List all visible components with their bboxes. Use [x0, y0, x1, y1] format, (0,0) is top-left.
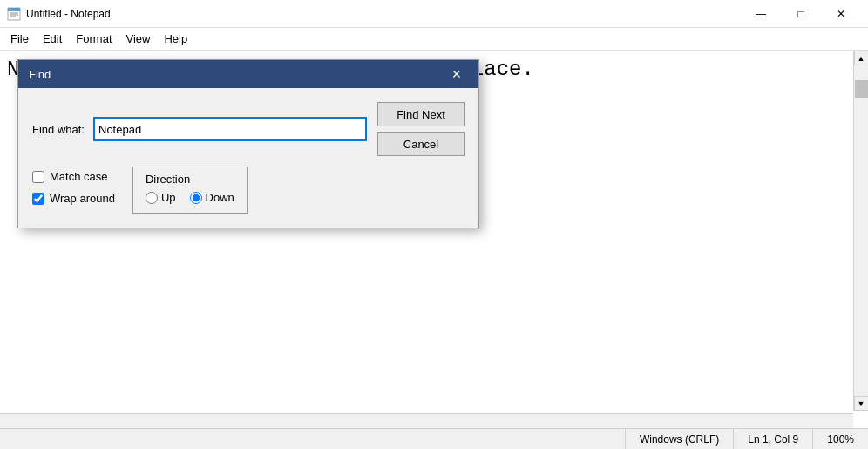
scroll-up-arrow[interactable]: ▲ — [854, 51, 869, 65]
close-button[interactable]: ✕ — [821, 0, 861, 28]
direction-legend: Direction — [146, 173, 234, 186]
window-controls: — □ ✕ — [741, 0, 861, 28]
status-encoding: Windows (CRLF) — [625, 429, 733, 449]
svg-rect-1 — [8, 8, 20, 11]
cancel-button[interactable]: Cancel — [377, 132, 465, 156]
title-bar: Untitled - Notepad — □ ✕ — [0, 0, 868, 28]
scroll-thumb[interactable] — [855, 80, 868, 98]
wrap-around-checkbox[interactable] — [32, 193, 44, 205]
window-title: Untitled - Notepad — [26, 8, 741, 20]
match-case-checkbox[interactable] — [32, 171, 44, 183]
direction-up-radio[interactable] — [146, 192, 158, 204]
options-row: Match case Wrap around Direction Up — [32, 167, 465, 214]
wrap-around-text: Wrap around — [50, 192, 115, 205]
editor-area[interactable]: Notepad supports wrap around find/replac… — [0, 51, 868, 428]
scroll-down-arrow[interactable]: ▼ — [854, 396, 869, 411]
scrollbar-horizontal[interactable] — [0, 413, 853, 428]
minimize-button[interactable]: — — [741, 0, 781, 28]
maximize-button[interactable]: □ — [781, 0, 821, 28]
direction-up-label[interactable]: Up — [146, 191, 176, 204]
dialog-titlebar: Find ✕ — [18, 60, 478, 88]
find-dialog: Find ✕ Find what: Find Next Cancel — [17, 59, 479, 228]
dialog-body: Find what: Find Next Cancel Match case — [18, 88, 478, 228]
wrap-around-label[interactable]: Wrap around — [32, 192, 115, 205]
direction-down-text: Down — [206, 191, 234, 204]
menu-help[interactable]: Help — [157, 31, 194, 47]
match-case-text: Match case — [50, 170, 107, 183]
menu-file[interactable]: File — [3, 31, 36, 47]
find-next-button[interactable]: Find Next — [377, 102, 465, 126]
dialog-title: Find — [29, 68, 445, 81]
status-bar: Windows (CRLF) Ln 1, Col 9 100% — [0, 428, 868, 449]
find-buttons: Find Next Cancel — [377, 102, 465, 156]
find-label: Find what: — [32, 123, 93, 136]
direction-group: Direction Up Down — [132, 167, 248, 214]
status-zoom: 100% — [812, 429, 868, 449]
match-case-label[interactable]: Match case — [32, 170, 115, 183]
menu-bar: File Edit Format View Help — [0, 28, 868, 51]
direction-radios: Up Down — [146, 191, 234, 204]
menu-format[interactable]: Format — [69, 31, 119, 47]
status-line-col: Ln 1, Col 9 — [733, 429, 812, 449]
direction-down-radio[interactable] — [190, 192, 202, 204]
direction-up-text: Up — [161, 191, 176, 204]
checkboxes: Match case Wrap around — [32, 167, 115, 205]
dialog-overlay: Find ✕ Find what: Find Next Cancel — [0, 51, 868, 428]
scrollbar-vertical[interactable]: ▲ ▼ — [853, 51, 868, 411]
dialog-close-button[interactable]: ✕ — [445, 65, 468, 83]
menu-view[interactable]: View — [119, 31, 158, 47]
find-input[interactable] — [93, 117, 367, 141]
direction-down-label[interactable]: Down — [190, 191, 234, 204]
menu-edit[interactable]: Edit — [36, 31, 69, 47]
notepad-icon — [7, 7, 21, 21]
find-row: Find what: Find Next Cancel — [32, 102, 465, 156]
